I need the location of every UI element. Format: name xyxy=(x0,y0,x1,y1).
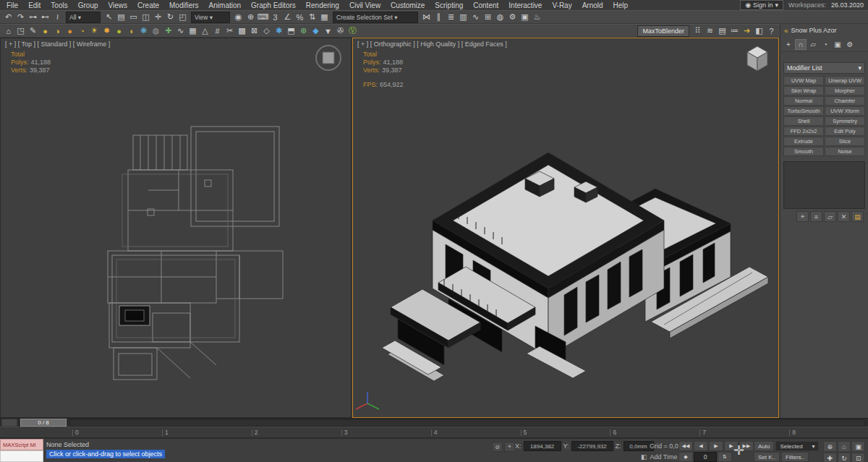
modifier-preset-button[interactable]: Slice xyxy=(825,137,865,146)
modifier-list-dropdown[interactable]: Modifier List ▾ xyxy=(783,62,865,74)
menu-item[interactable]: File xyxy=(1,1,23,9)
blue-star-script-icon[interactable]: ✱ xyxy=(273,25,285,37)
menu-item[interactable]: Animation xyxy=(204,1,246,9)
remove-modifier-icon[interactable]: ✕ xyxy=(838,211,850,222)
home-script-icon[interactable]: ⌂ xyxy=(2,25,14,37)
modifier-preset-button[interactable]: Extrude xyxy=(783,137,824,146)
pan-icon[interactable]: ✚ xyxy=(823,453,837,462)
menu-item[interactable]: V-Ray xyxy=(547,1,576,9)
maxscript-input-row[interactable] xyxy=(0,450,43,462)
half-sphere-script-icon[interactable]: ◑ xyxy=(51,25,64,37)
render-setup-icon[interactable]: ⚙ xyxy=(506,12,519,23)
arrow-script-icon[interactable]: ➔ xyxy=(741,25,753,37)
modifier-preset-button[interactable]: Morpher xyxy=(825,86,865,95)
snap-toggle-3d-icon[interactable]: 3 xyxy=(269,12,281,23)
modifier-preset-button[interactable]: TurboSmooth xyxy=(783,106,824,116)
menu-item[interactable]: Content xyxy=(468,1,503,9)
menu-item[interactable]: Rendering xyxy=(301,1,344,9)
y-coordinate-field[interactable]: -22799,932 xyxy=(571,441,613,451)
gizmo-toggle-icon[interactable]: ✛ xyxy=(733,442,744,458)
reference-coordinate-dropdown[interactable]: View ▾ xyxy=(191,12,230,23)
menu-item[interactable]: Tools xyxy=(46,1,72,9)
time-slider-mini-button[interactable] xyxy=(1,419,17,427)
modifier-stack[interactable] xyxy=(783,161,865,209)
half-disc-script-icon[interactable]: ◖ xyxy=(125,25,137,37)
frame-tick[interactable]: 6 xyxy=(610,429,616,436)
modifier-preset-button[interactable]: Shell xyxy=(783,116,824,126)
frame-tick[interactable]: 4 xyxy=(431,429,438,436)
triangle-script-icon[interactable]: △ xyxy=(199,25,211,37)
modify-tab-icon[interactable]: ∩ xyxy=(795,39,807,50)
key-mode-toggle[interactable]: ◆ xyxy=(678,452,693,462)
modifier-preset-button[interactable]: Chamfer xyxy=(825,96,865,106)
align-icon[interactable]: ∥ xyxy=(433,12,445,23)
snowflake-script-icon[interactable]: ❋ xyxy=(137,25,150,37)
select-and-rotate-icon[interactable]: ↻ xyxy=(164,12,176,23)
bind-to-space-warp-icon[interactable]: ≀ xyxy=(51,12,64,23)
down-triangle-icon[interactable]: ▼ xyxy=(322,25,334,37)
sunlight-icon[interactable]: ☀ xyxy=(88,25,101,37)
angle-snap-icon[interactable]: ∠ xyxy=(281,12,294,23)
frame-tick[interactable]: 8 xyxy=(789,429,796,436)
named-selection-set-dropdown[interactable]: Create Selection Set ▾ xyxy=(333,12,418,23)
grid-script-icon[interactable]: ▦ xyxy=(187,25,199,37)
half-box-script-icon[interactable]: ⬒ xyxy=(285,25,297,37)
selection-region-icon[interactable]: ▭ xyxy=(127,12,140,23)
workspace-dropdown[interactable]: 26.03.2020 xyxy=(831,1,864,9)
star-burst-script-icon[interactable]: ✹ xyxy=(101,25,113,37)
zoom-region-icon[interactable]: ▣ xyxy=(851,441,865,452)
green-circle-script-icon[interactable]: ⊛ xyxy=(297,25,310,37)
frame-tick[interactable]: 3 xyxy=(341,429,348,436)
x-coordinate-field[interactable]: 1894,382 xyxy=(524,441,561,451)
menu-item[interactable]: Modifiers xyxy=(164,1,204,9)
annotate-icon[interactable]: ✎ xyxy=(27,25,39,37)
render-production-icon[interactable]: ♨ xyxy=(531,12,543,23)
select-and-scale-icon[interactable]: ◰ xyxy=(176,12,189,23)
dot-grid-icon[interactable]: ⠿ xyxy=(692,25,704,37)
half-fill-icon[interactable]: ◧ xyxy=(753,25,765,37)
add-script-icon[interactable]: ✚ xyxy=(162,25,174,37)
lattice-script-icon[interactable]: # xyxy=(211,25,224,37)
selection-filter-dropdown[interactable]: All ▾ xyxy=(66,12,101,23)
unlink-selection-icon[interactable]: ⊷ xyxy=(39,12,51,23)
mirror-icon[interactable]: ⋈ xyxy=(420,12,433,23)
hierarchy-tab-icon[interactable]: ▱ xyxy=(807,39,819,50)
make-unique-icon[interactable]: ▱ xyxy=(824,211,836,222)
maxscript-macro-row[interactable]: MAXScript Mi xyxy=(0,439,43,450)
wave-script-icon[interactable]: ∿ xyxy=(174,25,187,37)
set-key-button[interactable]: Set K.. xyxy=(754,452,780,462)
auto-key-button[interactable]: Auto xyxy=(754,441,774,451)
track-bar[interactable]: 012345678 xyxy=(0,427,868,438)
keyboard-shortcut-override-icon[interactable]: ⌨ xyxy=(257,12,269,23)
rendered-frame-window-icon[interactable]: ▣ xyxy=(519,12,531,23)
collapse-panel-icon[interactable]: « xyxy=(784,27,788,35)
configure-modifier-sets-icon[interactable]: ▤ xyxy=(851,211,864,222)
schematic-view-icon[interactable]: ⊞ xyxy=(482,12,494,23)
delete-script-icon[interactable]: ⊠ xyxy=(248,25,260,37)
menu-item[interactable]: Views xyxy=(103,1,133,9)
house-model[interactable] xyxy=(353,38,778,417)
blue-diamond-script-icon[interactable]: ◆ xyxy=(310,25,322,37)
display-tab-icon[interactable]: ▣ xyxy=(832,39,843,50)
target-script-icon[interactable]: ✇ xyxy=(334,25,346,37)
utilities-tab-icon[interactable]: ⚙ xyxy=(844,39,856,50)
current-frame-field[interactable]: 0 xyxy=(694,452,717,462)
menu-item[interactable]: Create xyxy=(132,1,164,9)
motion-tab-icon[interactable]: ◔ xyxy=(820,39,831,50)
material-editor-icon[interactable]: ◍ xyxy=(494,12,506,23)
spinner-snap-icon[interactable]: ⇅ xyxy=(306,12,318,23)
viewport-orthographic[interactable]: [ + ] [ Orthographic ] [ High Quality ] … xyxy=(352,38,779,418)
sliders-icon[interactable]: ≔ xyxy=(728,25,741,37)
menu-item[interactable]: Scripting xyxy=(430,1,468,9)
sign-in-button[interactable]: ◉ Sign in ▾ xyxy=(740,0,783,10)
select-and-manipulate-icon[interactable]: ⊕ xyxy=(244,12,257,23)
frame-tick[interactable]: 0 xyxy=(72,429,79,436)
modifier-preset-button[interactable]: Skin Wrap xyxy=(783,86,824,95)
menu-item[interactable]: Civil View xyxy=(344,1,386,9)
key-filters-button[interactable]: Filters.. xyxy=(781,452,809,462)
modifier-preset-button[interactable]: Symmetry xyxy=(825,116,865,126)
maximize-viewport-icon[interactable]: ⊡ xyxy=(851,453,865,462)
play-button[interactable]: ▶ xyxy=(709,441,723,451)
select-and-move-icon[interactable]: ✛ xyxy=(152,12,164,23)
waves-icon[interactable]: ≋ xyxy=(704,25,716,37)
